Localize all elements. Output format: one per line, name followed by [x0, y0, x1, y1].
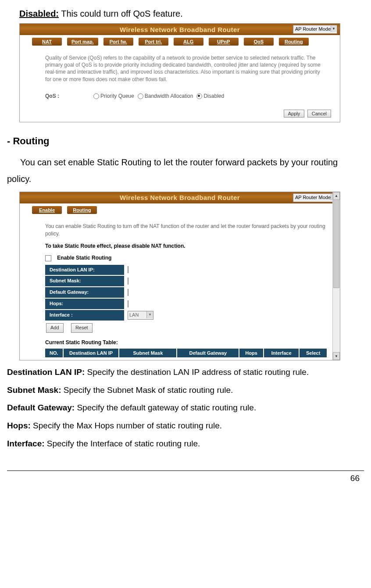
def-dg: Default Gateway: Specify the default gat…: [7, 402, 364, 414]
qos-description: Quality of Service (QoS) refers to the c…: [45, 54, 327, 83]
chevron-down-icon: ▼: [331, 26, 336, 32]
dlan-input[interactable]: [128, 266, 128, 273]
tab-enable[interactable]: Enable: [32, 206, 62, 214]
th-sel: Select: [299, 349, 327, 358]
scroll-thumb[interactable]: [333, 200, 339, 288]
def-if: Interface: Specify the Interface of stat…: [7, 438, 364, 450]
enable-row: Enable Static Routing: [45, 254, 327, 262]
dlan-label: Destination LAN IP:: [45, 265, 124, 276]
th-sm: Subnet Mask: [119, 349, 177, 358]
routing-screenshot: Wireless Network Broadband Router AP Rou…: [19, 192, 340, 360]
routing-table: NO. Destination LAN IP Subnet Mask Defau…: [45, 349, 327, 358]
tab-port-map[interactable]: Port map.: [67, 38, 98, 46]
tab-port-fw[interactable]: Port fw.: [103, 38, 133, 46]
scrollbar[interactable]: ▲ ▼: [332, 192, 340, 360]
apply-button[interactable]: Apply: [284, 110, 305, 118]
mode-select[interactable]: AP Router Mode ▼: [293, 25, 337, 34]
th-dlan: Destination LAN IP: [63, 349, 119, 358]
add-button[interactable]: Add: [46, 323, 64, 333]
qos-row: QoS : Priority Queue Bandwidth Allocatio…: [45, 93, 327, 100]
disabled-text: This could turn off QoS feature.: [59, 9, 183, 18]
dg-label: Default Gateway:: [45, 287, 124, 298]
mode-select[interactable]: AP Router Mode ▼: [293, 193, 337, 202]
routing-paragraph: You can set enable Static Routing to let…: [7, 154, 364, 187]
dg-input[interactable]: [128, 289, 128, 296]
page-footer: 66: [7, 470, 364, 483]
nav-tabs: NAT Port map. Port fw. Port tri. ALG UPn…: [20, 35, 340, 48]
current-table-title: Current Static Routing Table:: [45, 339, 327, 346]
banner-title: Wireless Network Broadband Router: [120, 194, 240, 201]
hops-input[interactable]: [128, 300, 128, 307]
tab-routing[interactable]: Routing: [67, 206, 97, 214]
qos-screenshot: Wireless Network Broadband Router AP Rou…: [19, 23, 340, 122]
nav-tabs: Enable Routing: [20, 203, 340, 217]
qos-label: QoS :: [45, 93, 93, 100]
routing-description: You can enable Static Routing to turn of…: [45, 223, 327, 238]
mode-select-value: AP Router Mode: [295, 195, 331, 200]
hops-label: Hops:: [45, 298, 124, 310]
reset-button[interactable]: Reset: [71, 323, 93, 333]
router-banner: Wireless Network Broadband Router AP Rou…: [20, 24, 340, 35]
th-no: NO.: [45, 349, 63, 358]
scroll-down-icon[interactable]: ▼: [333, 352, 340, 360]
routing-content: You can enable Static Routing to turn of…: [20, 217, 340, 360]
def-dlan: Destination LAN IP: Specify the destinat…: [7, 367, 364, 378]
tab-nat[interactable]: NAT: [32, 38, 62, 46]
tab-upnp[interactable]: UPnP: [209, 38, 239, 46]
disabled-label: Disabled:: [19, 9, 59, 18]
opt-priority-queue[interactable]: Priority Queue: [93, 93, 134, 100]
radio-icon: [93, 93, 99, 99]
definitions: Destination LAN IP: Specify the destinat…: [7, 367, 364, 449]
routing-note: To take Static Route effect, please disa…: [45, 242, 327, 250]
chevron-down-icon: ▼: [146, 311, 153, 318]
sm-input[interactable]: [128, 278, 128, 285]
tab-routing[interactable]: Routing: [279, 38, 309, 46]
tab-alg[interactable]: ALG: [174, 38, 203, 46]
action-buttons: Apply Cancel: [20, 106, 340, 122]
iface-label: Interface :: [45, 310, 124, 321]
iface-select[interactable]: LAN▼: [128, 311, 153, 320]
tab-port-tri[interactable]: Port tri.: [139, 38, 168, 46]
form-buttons: Add Reset: [45, 323, 327, 333]
def-hops: Hops: Specify the Max Hops number of sta…: [7, 420, 364, 432]
enable-checkbox[interactable]: [45, 255, 51, 261]
th-hops: Hops: [239, 349, 264, 358]
radio-icon: [196, 93, 202, 99]
enable-label: Enable Static Routing: [57, 255, 111, 261]
opt-disabled[interactable]: Disabled: [196, 93, 224, 100]
routing-form: Destination LAN IP: Subnet Mask: Default…: [45, 265, 157, 322]
qos-options: Priority Queue Bandwidth Allocation Disa…: [93, 93, 224, 100]
opt-bandwidth-allocation[interactable]: Bandwidth Allocation: [138, 93, 193, 100]
routing-heading: - Routing: [7, 135, 364, 147]
router-banner: Wireless Network Broadband Router AP Rou…: [20, 192, 340, 203]
radio-icon: [138, 93, 143, 99]
th-dg: Default Gateway: [177, 349, 239, 358]
cancel-button[interactable]: Cancel: [307, 110, 331, 118]
th-if: Interface: [264, 349, 299, 358]
qos-content: Quality of Service (QoS) refers to the c…: [20, 48, 340, 106]
banner-title: Wireless Network Broadband Router: [120, 26, 240, 33]
page-number: 66: [350, 474, 360, 483]
sm-label: Subnet Mask:: [45, 275, 124, 287]
tab-qos[interactable]: QoS: [244, 38, 274, 46]
mode-select-value: AP Router Mode: [295, 26, 331, 32]
def-sm: Subnet Mask: Specify the Subnet Mask of …: [7, 385, 364, 396]
scroll-up-icon[interactable]: ▲: [333, 192, 340, 200]
disabled-line: Disabled: This could turn off QoS featur…: [19, 9, 364, 19]
